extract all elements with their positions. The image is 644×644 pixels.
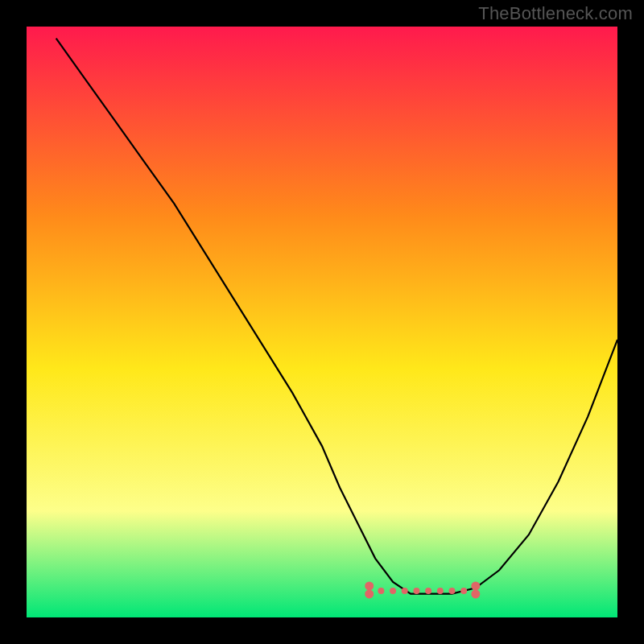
bottleneck-chart [0, 0, 644, 644]
marker-dot [413, 588, 419, 594]
marker-dot [460, 588, 467, 594]
marker-dot [471, 589, 480, 598]
marker-dot [471, 581, 480, 590]
marker-dot [402, 588, 408, 594]
marker-dot [365, 581, 374, 590]
marker-dot [378, 588, 384, 594]
marker-dot [425, 588, 431, 594]
watermark-text: TheBottleneck.com [478, 3, 633, 24]
marker-dot [390, 588, 396, 594]
marker-dot [437, 588, 444, 594]
heatmap-background [27, 27, 617, 617]
marker-dot [365, 589, 374, 598]
marker-dot [448, 588, 455, 594]
chart-frame: TheBottleneck.com [0, 0, 644, 644]
